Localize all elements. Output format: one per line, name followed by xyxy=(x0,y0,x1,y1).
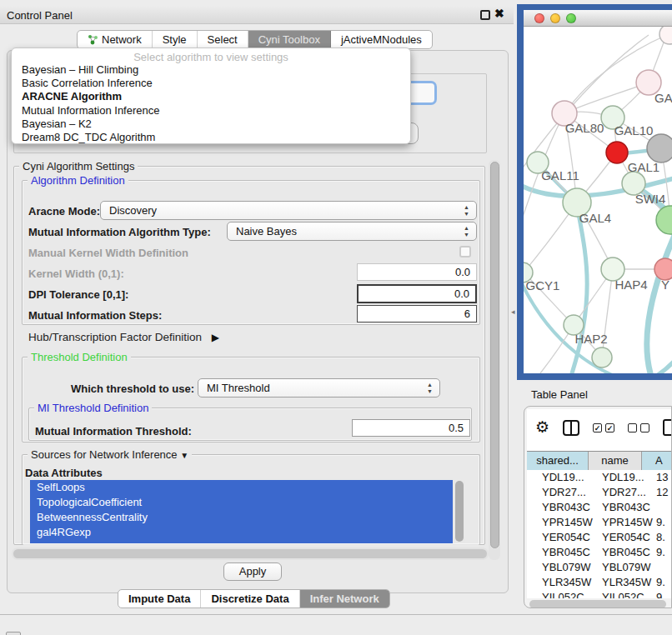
manual-kernel-width-label: Manual Kernel Width Definition xyxy=(28,247,188,259)
which-threshold-select[interactable]: MI Threshold ▲▼ xyxy=(198,378,440,398)
node-label: HAP4 xyxy=(614,278,647,292)
splitter-grip-icon[interactable]: ◂ xyxy=(511,308,515,316)
network-node[interactable] xyxy=(656,206,672,234)
mi-steps-field[interactable]: 6 xyxy=(357,305,477,322)
algorithm-option[interactable]: Bayesian – Hill Climbing xyxy=(12,63,410,77)
aracne-mode-label: Aracne Mode: xyxy=(28,205,100,218)
list-item[interactable]: gal4RGexp xyxy=(30,525,465,540)
aracne-mode-select[interactable]: Discovery ▲▼ xyxy=(100,201,477,220)
application-window: Control Panel ✖ Network Style Select Cyn… xyxy=(0,0,672,635)
node-label: Y xyxy=(661,278,669,292)
mi-steps-label: Mutual Information Steps: xyxy=(28,309,162,322)
apply-button[interactable]: Apply xyxy=(223,562,282,581)
table-header-row: shared... name A xyxy=(527,451,672,469)
tab-infer-network[interactable]: Infer Network xyxy=(300,590,389,608)
tab-network-label: Network xyxy=(102,31,142,49)
algorithm-dropdown-popup: Select algorithm to view settings Bayesi… xyxy=(11,48,411,144)
algorithm-option-selected[interactable]: ARACNE Algorithm xyxy=(12,90,410,103)
manual-kernel-width-checkbox[interactable] xyxy=(459,246,471,258)
settings-vscrollbar-thumb[interactable] xyxy=(490,162,499,548)
column-header-partial[interactable]: A xyxy=(642,452,672,470)
dpi-tolerance-field[interactable]: 0.0 xyxy=(357,284,477,303)
stepper-arrows-icon: ▲▼ xyxy=(427,382,433,395)
dpi-tolerance-label: DPI Tolerance [0,1]: xyxy=(28,288,128,301)
cyni-settings-title: Cyni Algorithm Settings xyxy=(19,160,138,172)
minimize-window-icon[interactable] xyxy=(550,13,560,23)
tab-network[interactable]: Network xyxy=(78,31,153,48)
network-node[interactable] xyxy=(592,348,612,368)
network-graph: GAL GAL80 GAL10 GAL1 GAL11 SWI4 GAL4 GCY… xyxy=(524,27,672,373)
list-item[interactable]: BetweennessCentrality xyxy=(30,510,465,525)
stepper-arrows-icon: ▲▼ xyxy=(464,225,469,238)
network-window-titlebar[interactable] xyxy=(524,10,672,27)
stepper-arrows-icon: ▲▼ xyxy=(464,204,469,218)
table-body[interactable]: YDL19...YDL19...13 YDR27...YDR27...12 YB… xyxy=(527,470,672,598)
algorithm-definition-title: Algorithm Definition xyxy=(28,174,128,187)
unchecked-columns-icon[interactable] xyxy=(628,423,649,432)
mi-threshold-title: MI Threshold Definition xyxy=(34,402,152,414)
close-window-icon[interactable] xyxy=(534,13,544,23)
settings-hscrollbar-thumb[interactable] xyxy=(13,549,487,558)
hub-definition-toggle[interactable]: Hub/Transcription Factor Definition ▶ xyxy=(28,331,219,343)
expand-right-icon: ▶ xyxy=(212,332,219,343)
tab-discretize-data[interactable]: Discretize Data xyxy=(201,590,299,608)
mi-threshold-label: Mutual Information Threshold: xyxy=(35,425,192,438)
data-attributes-label: Data Attributes xyxy=(25,467,103,479)
node-label: GAL80 xyxy=(565,121,604,135)
table-panel: ⚙ ✓✓ shared... name A YDL19...YDL19...13… xyxy=(524,406,672,608)
zoom-window-icon[interactable] xyxy=(566,13,576,23)
mi-threshold-field[interactable]: 0.5 xyxy=(352,419,470,437)
table-hscrollbar-thumb[interactable] xyxy=(529,600,666,608)
control-panel-tabbar: Network Style Select Cyni Toolbox jActiv… xyxy=(77,30,433,49)
restore-panel-button[interactable] xyxy=(6,632,21,635)
control-panel-header: Control Panel ✖ xyxy=(0,7,514,24)
checked-columns-icon[interactable]: ✓✓ xyxy=(593,423,614,432)
mi-algorithm-type-select[interactable]: Naive Bayes ▲▼ xyxy=(227,222,477,241)
algorithm-placeholder: Select algorithm to view settings xyxy=(12,51,410,63)
network-node[interactable] xyxy=(659,27,672,44)
column-header-name[interactable]: name xyxy=(589,452,642,470)
table-toolbar: ⚙ ✓✓ xyxy=(535,419,672,436)
table-panel-inner: ⚙ ✓✓ shared... name A YDL19...YDL19...13… xyxy=(527,409,672,598)
node-label: GAL1 xyxy=(628,160,659,174)
list-item[interactable]: TopologicalCoefficient xyxy=(30,495,465,510)
node-label: GCY1 xyxy=(526,278,560,292)
tab-cyni-toolbox[interactable]: Cyni Toolbox xyxy=(248,31,331,48)
tab-style[interactable]: Style xyxy=(153,31,198,48)
mi-algorithm-type-label: Mutual Information Algorithm Type: xyxy=(28,226,211,238)
collapse-down-icon: ▼ xyxy=(180,451,188,460)
float-panel-icon[interactable] xyxy=(480,10,490,20)
gear-icon[interactable]: ⚙ xyxy=(535,419,549,436)
list-scrollbar-thumb[interactable] xyxy=(455,481,464,542)
algorithm-option[interactable]: Basic Correlation Inference xyxy=(12,77,410,90)
node-label: SWI4 xyxy=(635,192,666,206)
network-canvas[interactable]: GAL GAL80 GAL10 GAL1 GAL11 SWI4 GAL4 GCY… xyxy=(524,27,672,373)
page-icon[interactable] xyxy=(663,419,672,436)
algorithm-option[interactable]: Bayesian – K2 xyxy=(12,118,410,131)
split-columns-icon[interactable] xyxy=(563,420,579,436)
kernel-width-label: Kernel Width (0,1): xyxy=(28,268,124,280)
tab-jactivemnodules[interactable]: jActiveMNodules xyxy=(331,31,432,48)
kernel-width-field[interactable]: 0.0 xyxy=(357,263,477,281)
close-panel-icon[interactable]: ✖ xyxy=(494,7,504,20)
network-node[interactable] xyxy=(647,134,672,162)
which-threshold-label: Which threshold to use: xyxy=(71,382,194,395)
sources-title[interactable]: Sources for Network Inference ▼ xyxy=(28,448,192,461)
algorithm-option[interactable]: Dream8 DC_TDC Algorithm xyxy=(12,131,410,144)
data-attributes-list[interactable]: SelfLoops TopologicalCoefficient Between… xyxy=(30,480,465,543)
network-icon xyxy=(88,34,98,45)
node-label: GAL11 xyxy=(541,168,579,182)
control-panel-title: Control Panel xyxy=(7,9,73,22)
tab-impute-data[interactable]: Impute Data xyxy=(118,590,201,608)
list-item[interactable]: SelfLoops xyxy=(30,480,465,495)
column-header-shared[interactable]: shared... xyxy=(527,452,589,470)
node-label: GAL10 xyxy=(614,123,654,138)
algorithm-option[interactable]: Mutual Information Inference xyxy=(12,104,410,118)
node-label: GAL4 xyxy=(579,211,611,225)
node-label: GAL xyxy=(654,91,672,105)
table-panel-title: Table Panel xyxy=(531,388,588,401)
network-node-gal1[interactable] xyxy=(606,142,628,163)
bottom-tabbar: Impute Data Discretize Data Infer Networ… xyxy=(118,589,390,608)
threshold-definition-title: Threshold Definition xyxy=(28,351,131,363)
tab-select[interactable]: Select xyxy=(198,31,248,48)
